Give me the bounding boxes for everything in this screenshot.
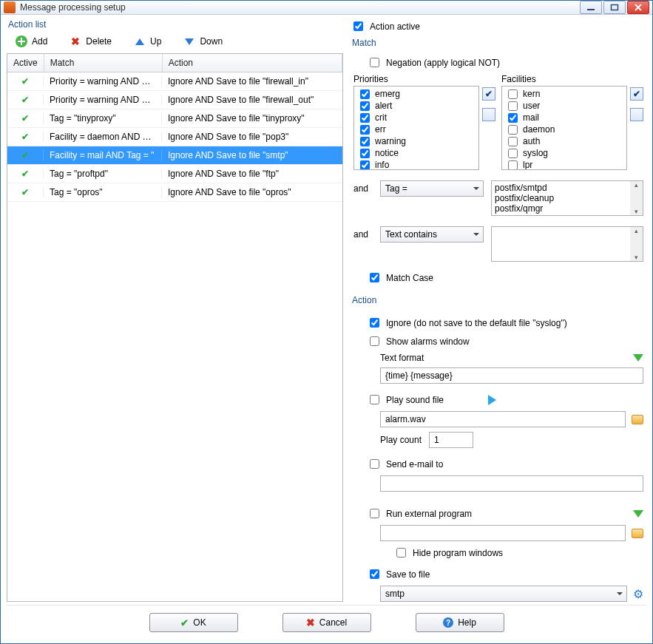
- action-group-label: Action: [352, 295, 646, 305]
- action-list-label: Action list: [8, 19, 343, 30]
- table-row[interactable]: ✔Facility = mail AND Tag = "Ignore AND S…: [7, 146, 342, 165]
- priority-item[interactable]: err: [357, 123, 476, 135]
- active-check-icon: ✔: [21, 76, 29, 87]
- priorities-list[interactable]: emergalertcriterrwarningnoticeinfodebug: [353, 86, 479, 170]
- facility-item[interactable]: lpr: [505, 159, 623, 170]
- action-list-toolbar: Add ✖ Delete Up Down: [7, 33, 343, 53]
- facility-item[interactable]: kern: [505, 88, 623, 100]
- ok-button[interactable]: ✔ OK: [149, 613, 238, 632]
- up-button[interactable]: Up: [134, 35, 161, 47]
- active-check-icon: ✔: [21, 169, 29, 179]
- email-input[interactable]: [380, 475, 643, 492]
- priorities-clear-all[interactable]: [482, 108, 495, 121]
- row-match: Tag = "proftpd": [43, 169, 161, 179]
- gear-icon[interactable]: ⚙: [633, 587, 643, 601]
- play-sound-checkbox[interactable]: Play sound file: [367, 393, 444, 407]
- priority-item[interactable]: info: [357, 159, 476, 170]
- action-active-checkbox[interactable]: Action active: [351, 19, 646, 33]
- row-match: Tag = "tinyproxy": [43, 113, 161, 123]
- facilities-clear-all[interactable]: [630, 108, 643, 121]
- table-row[interactable]: ✔Priority = warning AND FacIgnore AND Sa…: [7, 72, 342, 91]
- maximize-button[interactable]: [603, 1, 626, 14]
- tag-mode-dropdown[interactable]: Tag =: [380, 180, 484, 197]
- priority-item[interactable]: warning: [357, 135, 476, 147]
- play-count-input[interactable]: 1: [429, 432, 473, 448]
- minimize-button[interactable]: [580, 1, 602, 14]
- action-table: Active Match Action ✔Priority = warning …: [7, 53, 343, 602]
- play-count-label: Play count: [380, 435, 422, 445]
- row-match: Priority = warning AND Fac: [43, 76, 161, 87]
- row-match: Tag = "opros": [43, 187, 161, 197]
- active-check-icon: ✔: [21, 187, 29, 197]
- table-row[interactable]: ✔Tag = "tinyproxy"Ignore AND Save to fil…: [7, 109, 342, 128]
- delete-icon: ✖: [70, 35, 81, 47]
- add-button[interactable]: Add: [16, 35, 47, 47]
- facility-item[interactable]: syslog: [505, 147, 623, 159]
- row-action: Ignore AND Save to file "ftp": [161, 169, 342, 179]
- row-action: Ignore AND Save to file "firewall_out": [161, 95, 342, 105]
- svg-rect-1: [612, 5, 618, 10]
- facilities-select-all[interactable]: ✔: [630, 87, 643, 101]
- row-action: Ignore AND Save to file "tinyproxy": [161, 113, 342, 123]
- delete-button[interactable]: ✖ Delete: [70, 35, 112, 47]
- facilities-label: Facilities: [501, 74, 643, 84]
- table-row[interactable]: ✔Facility = daemon AND TagIgnore AND Sav…: [7, 128, 342, 146]
- active-check-icon: ✔: [21, 113, 29, 123]
- col-action[interactable]: Action: [163, 54, 342, 72]
- tag-values-box[interactable]: postfix/smtpd postfix/cleanup postfix/qm…: [491, 180, 643, 216]
- row-match: Facility = daemon AND Tag: [43, 132, 161, 142]
- cancel-button[interactable]: ✖ Cancel: [282, 613, 371, 632]
- priority-item[interactable]: crit: [357, 112, 476, 123]
- titlebar: Message processing setup: [1, 1, 652, 15]
- show-alarms-checkbox[interactable]: Show alarms window: [367, 334, 470, 348]
- facility-item[interactable]: user: [505, 100, 623, 112]
- row-match: Priority = warning AND Fac: [43, 95, 161, 105]
- priority-item[interactable]: alert: [357, 100, 476, 112]
- row-action: Ignore AND Save to file "opros": [161, 187, 342, 197]
- text-format-label: Text format: [380, 353, 424, 363]
- ignore-checkbox[interactable]: Ignore (do not save to the default file …: [367, 316, 643, 330]
- hide-windows-checkbox[interactable]: Hide program windows: [393, 546, 643, 560]
- browse-program-icon[interactable]: [632, 529, 643, 538]
- help-icon: ?: [443, 617, 453, 628]
- text-mode-dropdown[interactable]: Text contains: [380, 226, 484, 243]
- priorities-label: Priorities: [353, 74, 495, 84]
- play-icon[interactable]: [488, 395, 496, 405]
- match-group-label: Match: [352, 38, 646, 48]
- send-email-checkbox[interactable]: Send e-mail to: [367, 457, 643, 471]
- table-row[interactable]: ✔Priority = warning AND FacIgnore AND Sa…: [7, 91, 342, 109]
- table-row[interactable]: ✔Tag = "opros"Ignore AND Save to file "o…: [7, 183, 342, 202]
- row-match: Facility = mail AND Tag = ": [43, 150, 161, 160]
- priority-item[interactable]: notice: [357, 147, 476, 159]
- negation-checkbox[interactable]: Negation (apply logical NOT): [367, 55, 643, 70]
- table-row[interactable]: ✔Tag = "proftpd"Ignore AND Save to file …: [7, 165, 342, 183]
- row-action: Ignore AND Save to file "smtp": [161, 150, 342, 160]
- external-program-input[interactable]: [380, 525, 626, 541]
- save-file-dropdown[interactable]: smtp: [380, 586, 627, 602]
- window: Message processing setup Action list Add…: [0, 0, 653, 644]
- priority-item[interactable]: emerg: [357, 88, 476, 100]
- match-case-checkbox[interactable]: Match Case: [367, 271, 643, 285]
- facility-item[interactable]: mail: [505, 112, 623, 123]
- insert-text-icon[interactable]: [633, 354, 643, 362]
- text-values-box[interactable]: ▴▾: [491, 226, 643, 262]
- run-external-checkbox[interactable]: Run external program: [367, 506, 472, 521]
- text-format-input[interactable]: {time} {message}: [380, 367, 643, 384]
- priorities-select-all[interactable]: ✔: [482, 87, 495, 101]
- svg-rect-0: [587, 9, 595, 10]
- insert-program-icon[interactable]: [633, 510, 643, 518]
- close-button[interactable]: [627, 1, 649, 14]
- active-check-icon: ✔: [21, 150, 29, 160]
- col-match[interactable]: Match: [44, 54, 163, 72]
- sound-file-input[interactable]: alarm.wav: [380, 411, 626, 427]
- active-check-icon: ✔: [21, 95, 29, 105]
- facility-item[interactable]: daemon: [505, 123, 623, 135]
- down-button[interactable]: Down: [183, 35, 223, 47]
- facility-item[interactable]: auth: [505, 135, 623, 147]
- help-button[interactable]: ? Help: [416, 613, 504, 632]
- col-active[interactable]: Active: [7, 54, 44, 72]
- save-to-file-checkbox[interactable]: Save to file: [367, 567, 643, 581]
- browse-sound-icon[interactable]: [632, 415, 643, 424]
- app-icon: [4, 1, 16, 13]
- facilities-list[interactable]: kernusermaildaemonauthsysloglprnewsuucp: [501, 86, 627, 170]
